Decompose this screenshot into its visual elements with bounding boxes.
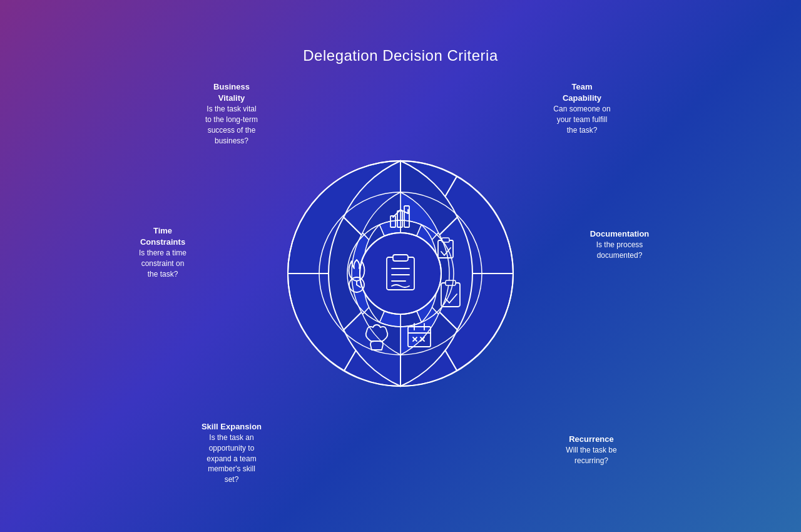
page-title: Delegation Decision Criteria: [303, 47, 497, 64]
wheel-diagram: .sector-bg { fill: #1e30b5; stroke: whit…: [275, 148, 526, 399]
team-capability-title: TeamCapability: [532, 81, 632, 104]
team-capability-desc: Can someone onyour team fulfillthe task?: [532, 104, 632, 135]
time-constraints-desc: Is there a timeconstraint onthe task?: [116, 248, 210, 279]
wheel-svg: .sector-bg { fill: #1e30b5; stroke: whit…: [275, 148, 526, 399]
label-documentation: Documentation Is the processdocumented?: [569, 228, 670, 261]
business-vitality-title: BusinessVitality: [181, 81, 282, 104]
documentation-desc: Is the processdocumented?: [569, 240, 670, 261]
label-time-constraints: TimeConstraints Is there a timeconstrain…: [116, 225, 210, 280]
recurrence-title: Recurrence: [541, 434, 641, 445]
svg-rect-1: [393, 255, 408, 261]
label-business-vitality: BusinessVitality Is the task vitalto the…: [181, 81, 282, 146]
main-container: Delegation Decision Criteria BusinessVit…: [0, 0, 801, 532]
documentation-title: Documentation: [569, 228, 670, 240]
label-team-capability: TeamCapability Can someone onyour team f…: [532, 81, 632, 136]
label-skill-expansion: Skill Expansion Is the task anopportunit…: [181, 421, 282, 485]
label-recurrence: Recurrence Will the task berecurring?: [541, 434, 641, 466]
recurrence-desc: Will the task berecurring?: [541, 445, 641, 466]
skill-expansion-desc: Is the task anopportunity toexpand a tea…: [181, 432, 282, 485]
skill-expansion-title: Skill Expansion: [181, 421, 282, 432]
svg-rect-11: [446, 280, 456, 285]
business-vitality-desc: Is the task vitalto the long-termsuccess…: [181, 104, 282, 146]
time-constraints-title: TimeConstraints: [116, 225, 210, 248]
